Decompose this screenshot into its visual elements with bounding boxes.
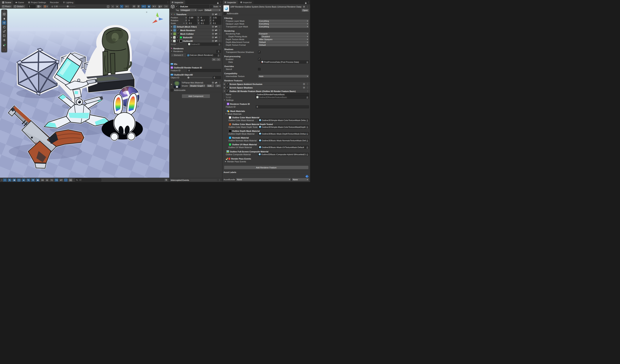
add-renderer-feature-button[interactable]: Add Renderer Feature xyxy=(224,166,309,169)
remove-element-button[interactable]: − xyxy=(216,58,221,61)
view-tool-button[interactable] xyxy=(2,12,6,16)
ssao-feature-header[interactable]: Screen Space Ambient Occlusion xyxy=(222,82,310,86)
settings-foldout[interactable]: Settings xyxy=(226,99,233,101)
screen-space-shadows-feature-header[interactable]: Screen Space Shadows xyxy=(222,86,310,90)
mesh-collider-component-header[interactable]: Mesh Collider xyxy=(170,32,222,36)
intercepted-events-bar[interactable]: Intercepted Events xyxy=(170,178,222,182)
scene-search-input[interactable] xyxy=(79,179,98,181)
tab-project-settings[interactable]: Project Settings xyxy=(26,0,48,4)
color-mask-material-field[interactable]: Outline3DSimple-Mask-ColorTextureMask-De… xyxy=(258,119,309,122)
component-menu-icon[interactable] xyxy=(218,36,221,39)
component-menu-icon[interactable] xyxy=(218,40,221,42)
mesh-renderer-enabled-checkbox[interactable] xyxy=(177,29,179,32)
preset-icon[interactable] xyxy=(215,13,217,15)
preset-icon[interactable] xyxy=(215,33,217,35)
layers-dropdown[interactable]: ▾ xyxy=(152,5,157,8)
shader-edit-button[interactable]: Edit... xyxy=(206,84,214,87)
add-element-button[interactable]: + xyxy=(212,58,216,61)
grid-size-field[interactable]: 1 xyxy=(28,5,35,8)
element0-object-field[interactable]: OutLion (Mesh Renderer) xyxy=(186,54,220,57)
tab-inspector-right-1[interactable]: Inspector xyxy=(223,0,238,4)
rotation-y-field[interactable]: 45.7 xyxy=(200,19,209,22)
outline-overlay-button[interactable] xyxy=(64,178,68,182)
component-menu-icon[interactable] xyxy=(218,26,221,28)
gizmos-dropdown[interactable]: ▾ xyxy=(163,5,168,8)
asset-label-tag-icon[interactable] xyxy=(305,175,309,178)
help-icon[interactable] xyxy=(303,86,305,89)
scene-viewport[interactable]: Nintendo xyxy=(0,9,169,178)
render-pass-events-foldout[interactable]: Render Pass Events xyxy=(227,160,246,163)
feature-script-field[interactable]: Outline3DRenderFeatureBasic xyxy=(256,96,309,99)
snap-overlay-button[interactable] xyxy=(22,178,26,182)
camera-settings-dropdown[interactable]: ▾ xyxy=(157,5,163,8)
mesh-collider-enabled-checkbox[interactable] xyxy=(177,33,179,35)
material-preview-thumbnail[interactable] xyxy=(174,81,180,88)
object-picker-icon[interactable] xyxy=(307,146,308,149)
normals-mask-material-field[interactable]: Outline3DBasic-Mask-NormalsTextureMask-D… xyxy=(258,139,309,142)
mt-overlay-button[interactable]: MT xyxy=(59,178,63,182)
help-icon[interactable] xyxy=(303,6,305,8)
outline3d-feature-header[interactable]: Outline 3D Render Feature Basic (Outline… xyxy=(222,90,310,93)
feature-id-field[interactable]: 0 xyxy=(187,69,221,72)
custom-outline-tool-button[interactable] xyxy=(2,48,6,52)
preset-icon[interactable] xyxy=(215,36,217,39)
gameobject-active-checkbox[interactable] xyxy=(175,5,178,8)
static-checkbox[interactable] xyxy=(210,5,213,8)
transparent-receive-shadows-checkbox[interactable] xyxy=(258,51,261,53)
help-icon[interactable] xyxy=(212,33,214,35)
help-icon[interactable] xyxy=(212,36,214,39)
mesh-filter-component-header[interactable]: Default (Mesh Filter) xyxy=(170,25,222,29)
object-id-slider[interactable] xyxy=(187,77,212,78)
intercepted-events-menu-icon[interactable] xyxy=(218,179,221,181)
material-addressable-checkbox[interactable] xyxy=(170,89,173,91)
feature-menu-icon[interactable] xyxy=(306,83,309,85)
help-icon[interactable] xyxy=(212,40,214,42)
preset-icon[interactable] xyxy=(215,40,217,42)
transform-tool-button[interactable] xyxy=(2,38,6,42)
scale-x-field[interactable]: 0.1 xyxy=(188,22,197,25)
color-mask-depth-tested-material-field[interactable]: Outline3DSimple-Mask-ColorTextureMaskDep… xyxy=(258,125,309,129)
tab-scene[interactable]: Scene xyxy=(0,0,13,4)
transform-component-header[interactable]: Transform xyxy=(170,13,222,16)
search-overlay-button[interactable] xyxy=(26,178,30,182)
draw-mode-wireframe-button[interactable] xyxy=(115,5,119,8)
move-tool-button[interactable] xyxy=(2,21,6,25)
rotation-x-field[interactable]: 0 xyxy=(187,19,197,22)
object-picker-icon[interactable] xyxy=(307,139,308,142)
depth-texture-format-dropdown[interactable]: Default xyxy=(258,43,309,46)
help-icon[interactable] xyxy=(212,26,214,28)
post-processing-enabled-checkbox[interactable] xyxy=(258,58,261,61)
toolbar-drag-handle[interactable] xyxy=(1,179,2,181)
button3d-enabled-checkbox[interactable] xyxy=(176,36,179,39)
open-asset-button[interactable]: Open xyxy=(301,9,309,12)
draw-mode-shaded-wireframe-button[interactable] xyxy=(111,5,115,8)
overlay-drag-handle[interactable] xyxy=(4,10,5,12)
script-object-field[interactable]: Outline3D xyxy=(187,43,221,46)
lock-icon[interactable] xyxy=(217,2,219,4)
compass-overlay-button[interactable] xyxy=(45,178,49,182)
scene-search-box[interactable] xyxy=(75,178,101,182)
xb-overlay-button[interactable]: XB xyxy=(40,178,45,182)
depth-mask-material-field[interactable]: Outline3DBasic-Mask-DepthTextureMask-Def… xyxy=(258,132,309,135)
gameobject-name-field[interactable] xyxy=(179,5,209,8)
orientation-dropdown[interactable]: Global▾ xyxy=(13,5,25,8)
assetbundle-dropdown[interactable]: None xyxy=(236,178,291,181)
help-icon[interactable] xyxy=(212,82,214,84)
scale-link-icon[interactable]: ∞ xyxy=(183,22,185,24)
toggle-2d-button[interactable]: 2D xyxy=(132,5,136,8)
scale-z-field[interactable]: 0.1 xyxy=(212,22,221,25)
help-icon[interactable] xyxy=(303,83,305,85)
static-dropdown-icon[interactable] xyxy=(219,6,221,7)
shader-dropdown[interactable]: Shader Graphs/TriPlanarM xyxy=(189,84,206,87)
material-list-button[interactable]: ▾ xyxy=(215,84,221,87)
rect-tool-button[interactable] xyxy=(2,33,6,38)
inspector-menu-icon[interactable] xyxy=(219,1,222,3)
scene-orientation-gizmo[interactable] xyxy=(150,11,164,26)
move-overlay-button[interactable] xyxy=(3,178,7,182)
outline3d-feature-enabled-checkbox[interactable] xyxy=(226,90,229,92)
hand-tool-button[interactable] xyxy=(2,16,6,20)
material-menu-icon[interactable] xyxy=(218,82,221,84)
object-picker-icon[interactable] xyxy=(307,61,308,63)
pick-place-tool-button[interactable] xyxy=(2,43,6,47)
scale-y-field[interactable]: 0.1 xyxy=(200,22,209,25)
